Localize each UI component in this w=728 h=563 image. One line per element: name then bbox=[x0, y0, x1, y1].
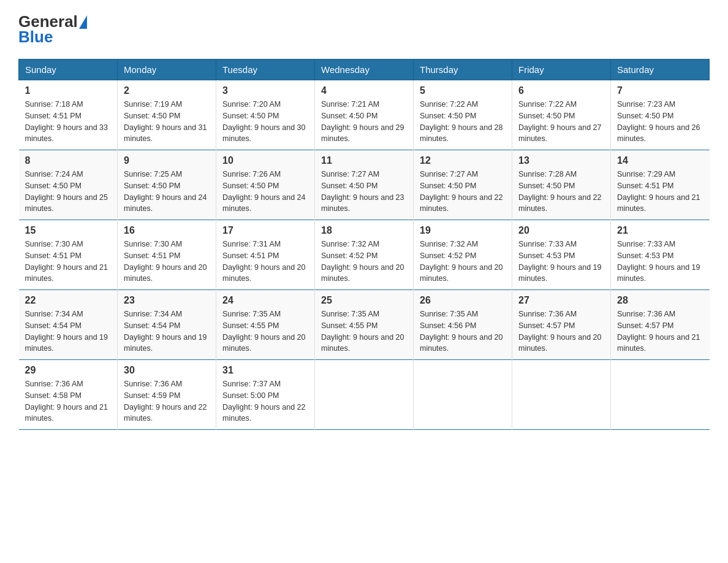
calendar-cell: 23 Sunrise: 7:34 AMSunset: 4:54 PMDaylig… bbox=[118, 290, 216, 360]
calendar-table: SundayMondayTuesdayWednesdayThursdayFrid… bbox=[18, 59, 710, 430]
header-tuesday: Tuesday bbox=[216, 59, 315, 80]
logo-blue-text: Blue bbox=[18, 28, 53, 47]
day-info: Sunrise: 7:35 AMSunset: 4:55 PMDaylight:… bbox=[321, 310, 404, 353]
day-info: Sunrise: 7:23 AMSunset: 4:50 PMDaylight:… bbox=[617, 100, 700, 143]
day-info: Sunrise: 7:27 AMSunset: 4:50 PMDaylight:… bbox=[321, 170, 404, 213]
day-info: Sunrise: 7:32 AMSunset: 4:52 PMDaylight:… bbox=[321, 240, 404, 283]
calendar-cell: 15 Sunrise: 7:30 AMSunset: 4:51 PMDaylig… bbox=[19, 220, 118, 290]
calendar-week-row: 29 Sunrise: 7:36 AMSunset: 4:58 PMDaylig… bbox=[19, 360, 710, 430]
calendar-cell: 2 Sunrise: 7:19 AMSunset: 4:50 PMDayligh… bbox=[118, 80, 216, 150]
header-thursday: Thursday bbox=[414, 59, 512, 80]
calendar-cell: 19 Sunrise: 7:32 AMSunset: 4:52 PMDaylig… bbox=[414, 220, 512, 290]
day-number: 13 bbox=[518, 155, 604, 166]
header-friday: Friday bbox=[512, 59, 611, 80]
calendar-cell: 24 Sunrise: 7:35 AMSunset: 4:55 PMDaylig… bbox=[216, 290, 315, 360]
day-number: 8 bbox=[25, 155, 112, 166]
header-saturday: Saturday bbox=[611, 59, 710, 80]
calendar-cell: 5 Sunrise: 7:22 AMSunset: 4:50 PMDayligh… bbox=[414, 80, 512, 150]
calendar-cell: 3 Sunrise: 7:20 AMSunset: 4:50 PMDayligh… bbox=[216, 80, 315, 150]
calendar-cell: 28 Sunrise: 7:36 AMSunset: 4:57 PMDaylig… bbox=[611, 290, 710, 360]
calendar-week-row: 8 Sunrise: 7:24 AMSunset: 4:50 PMDayligh… bbox=[19, 150, 710, 220]
day-number: 14 bbox=[617, 155, 703, 166]
calendar-cell: 12 Sunrise: 7:27 AMSunset: 4:50 PMDaylig… bbox=[414, 150, 512, 220]
calendar-cell: 31 Sunrise: 7:37 AMSunset: 5:00 PMDaylig… bbox=[216, 360, 315, 430]
day-info: Sunrise: 7:33 AMSunset: 4:53 PMDaylight:… bbox=[518, 240, 602, 283]
page-header: General Blue bbox=[18, 12, 710, 47]
day-number: 15 bbox=[25, 225, 112, 236]
day-number: 19 bbox=[420, 225, 506, 236]
calendar-cell: 8 Sunrise: 7:24 AMSunset: 4:50 PMDayligh… bbox=[19, 150, 118, 220]
calendar-cell: 30 Sunrise: 7:36 AMSunset: 4:59 PMDaylig… bbox=[118, 360, 216, 430]
day-number: 2 bbox=[124, 85, 210, 96]
logo: General Blue bbox=[18, 12, 87, 47]
day-info: Sunrise: 7:36 AMSunset: 4:57 PMDaylight:… bbox=[518, 310, 602, 353]
day-number: 21 bbox=[617, 225, 703, 236]
calendar-cell: 17 Sunrise: 7:31 AMSunset: 4:51 PMDaylig… bbox=[216, 220, 315, 290]
day-number: 6 bbox=[518, 85, 604, 96]
day-info: Sunrise: 7:22 AMSunset: 4:50 PMDaylight:… bbox=[518, 100, 602, 143]
day-info: Sunrise: 7:31 AMSunset: 4:51 PMDaylight:… bbox=[222, 240, 306, 283]
day-info: Sunrise: 7:30 AMSunset: 4:51 PMDaylight:… bbox=[124, 240, 207, 283]
day-info: Sunrise: 7:18 AMSunset: 4:51 PMDaylight:… bbox=[25, 100, 108, 143]
day-info: Sunrise: 7:26 AMSunset: 4:50 PMDaylight:… bbox=[222, 170, 306, 213]
day-info: Sunrise: 7:33 AMSunset: 4:53 PMDaylight:… bbox=[617, 240, 700, 283]
day-info: Sunrise: 7:34 AMSunset: 4:54 PMDaylight:… bbox=[124, 310, 207, 353]
calendar-cell: 26 Sunrise: 7:35 AMSunset: 4:56 PMDaylig… bbox=[414, 290, 512, 360]
day-number: 26 bbox=[420, 295, 506, 306]
day-info: Sunrise: 7:34 AMSunset: 4:54 PMDaylight:… bbox=[25, 310, 108, 353]
day-number: 30 bbox=[124, 365, 210, 376]
calendar-cell: 27 Sunrise: 7:36 AMSunset: 4:57 PMDaylig… bbox=[512, 290, 611, 360]
day-number: 18 bbox=[321, 225, 407, 236]
calendar-cell bbox=[512, 360, 611, 430]
calendar-cell: 29 Sunrise: 7:36 AMSunset: 4:58 PMDaylig… bbox=[19, 360, 118, 430]
calendar-cell: 16 Sunrise: 7:30 AMSunset: 4:51 PMDaylig… bbox=[118, 220, 216, 290]
day-info: Sunrise: 7:32 AMSunset: 4:52 PMDaylight:… bbox=[420, 240, 503, 283]
day-number: 24 bbox=[222, 295, 308, 306]
day-number: 16 bbox=[124, 225, 210, 236]
header-wednesday: Wednesday bbox=[315, 59, 414, 80]
day-info: Sunrise: 7:36 AMSunset: 4:58 PMDaylight:… bbox=[25, 380, 108, 423]
calendar-cell: 1 Sunrise: 7:18 AMSunset: 4:51 PMDayligh… bbox=[19, 80, 118, 150]
calendar-cell bbox=[315, 360, 414, 430]
calendar-header-row: SundayMondayTuesdayWednesdayThursdayFrid… bbox=[19, 59, 710, 80]
day-info: Sunrise: 7:35 AMSunset: 4:55 PMDaylight:… bbox=[222, 310, 306, 353]
calendar-cell: 13 Sunrise: 7:28 AMSunset: 4:50 PMDaylig… bbox=[512, 150, 611, 220]
day-info: Sunrise: 7:36 AMSunset: 4:57 PMDaylight:… bbox=[617, 310, 700, 353]
day-info: Sunrise: 7:27 AMSunset: 4:50 PMDaylight:… bbox=[420, 170, 503, 213]
header-sunday: Sunday bbox=[19, 59, 118, 80]
calendar-cell: 21 Sunrise: 7:33 AMSunset: 4:53 PMDaylig… bbox=[611, 220, 710, 290]
calendar-cell: 25 Sunrise: 7:35 AMSunset: 4:55 PMDaylig… bbox=[315, 290, 414, 360]
day-number: 27 bbox=[518, 295, 604, 306]
day-info: Sunrise: 7:35 AMSunset: 4:56 PMDaylight:… bbox=[420, 310, 503, 353]
day-number: 3 bbox=[222, 85, 308, 96]
day-info: Sunrise: 7:20 AMSunset: 4:50 PMDaylight:… bbox=[222, 100, 306, 143]
day-info: Sunrise: 7:37 AMSunset: 5:00 PMDaylight:… bbox=[222, 380, 306, 423]
day-number: 11 bbox=[321, 155, 407, 166]
calendar-week-row: 22 Sunrise: 7:34 AMSunset: 4:54 PMDaylig… bbox=[19, 290, 710, 360]
day-number: 23 bbox=[124, 295, 210, 306]
day-number: 5 bbox=[420, 85, 506, 96]
calendar-cell: 18 Sunrise: 7:32 AMSunset: 4:52 PMDaylig… bbox=[315, 220, 414, 290]
calendar-week-row: 15 Sunrise: 7:30 AMSunset: 4:51 PMDaylig… bbox=[19, 220, 710, 290]
calendar-cell: 4 Sunrise: 7:21 AMSunset: 4:50 PMDayligh… bbox=[315, 80, 414, 150]
day-info: Sunrise: 7:30 AMSunset: 4:51 PMDaylight:… bbox=[25, 240, 108, 283]
day-info: Sunrise: 7:21 AMSunset: 4:50 PMDaylight:… bbox=[321, 100, 404, 143]
day-number: 7 bbox=[617, 85, 703, 96]
calendar-cell: 20 Sunrise: 7:33 AMSunset: 4:53 PMDaylig… bbox=[512, 220, 611, 290]
day-number: 25 bbox=[321, 295, 407, 306]
day-number: 22 bbox=[25, 295, 112, 306]
day-info: Sunrise: 7:25 AMSunset: 4:50 PMDaylight:… bbox=[124, 170, 207, 213]
calendar-cell: 10 Sunrise: 7:26 AMSunset: 4:50 PMDaylig… bbox=[216, 150, 315, 220]
calendar-cell: 6 Sunrise: 7:22 AMSunset: 4:50 PMDayligh… bbox=[512, 80, 611, 150]
day-number: 10 bbox=[222, 155, 308, 166]
day-number: 28 bbox=[617, 295, 703, 306]
day-number: 20 bbox=[518, 225, 604, 236]
calendar-cell: 9 Sunrise: 7:25 AMSunset: 4:50 PMDayligh… bbox=[118, 150, 216, 220]
calendar-cell: 7 Sunrise: 7:23 AMSunset: 4:50 PMDayligh… bbox=[611, 80, 710, 150]
logo-triangle-icon bbox=[79, 15, 87, 29]
calendar-cell: 14 Sunrise: 7:29 AMSunset: 4:51 PMDaylig… bbox=[611, 150, 710, 220]
day-number: 1 bbox=[25, 85, 112, 96]
day-info: Sunrise: 7:28 AMSunset: 4:50 PMDaylight:… bbox=[518, 170, 602, 213]
day-info: Sunrise: 7:36 AMSunset: 4:59 PMDaylight:… bbox=[124, 380, 207, 423]
day-number: 17 bbox=[222, 225, 308, 236]
